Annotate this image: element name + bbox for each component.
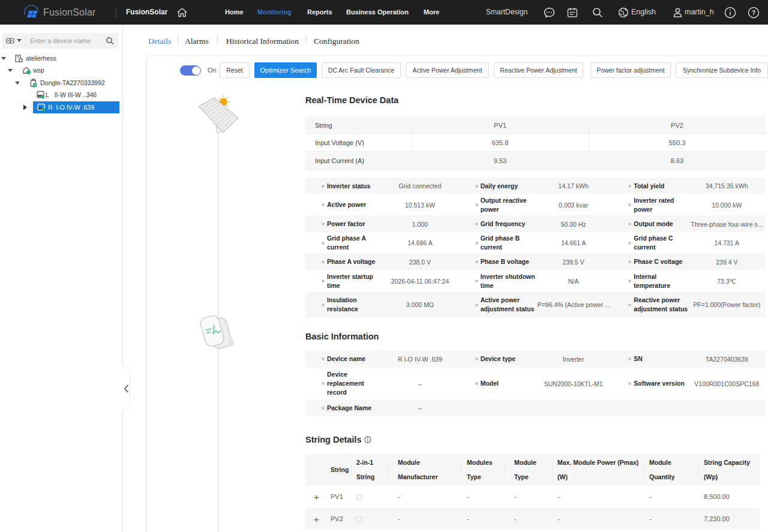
svg-text:?: ? (752, 9, 756, 16)
